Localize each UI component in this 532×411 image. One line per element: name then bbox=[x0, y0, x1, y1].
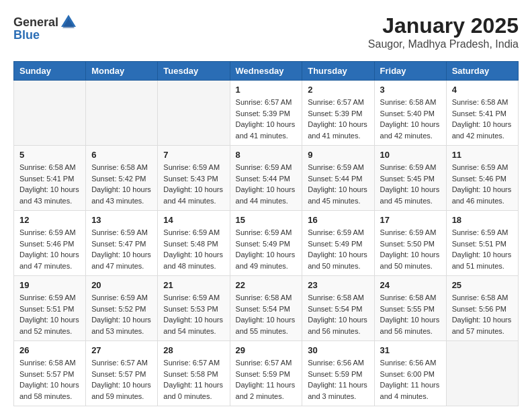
day-info: Sunrise: 6:59 AM Sunset: 5:50 PM Dayligh… bbox=[380, 227, 441, 271]
calendar-cell: 25Sunrise: 6:58 AM Sunset: 5:56 PM Dayli… bbox=[446, 276, 518, 341]
day-number: 18 bbox=[452, 215, 513, 225]
weekday-header: Wednesday bbox=[230, 62, 302, 81]
day-number: 27 bbox=[91, 345, 152, 355]
day-info: Sunrise: 6:59 AM Sunset: 5:48 PM Dayligh… bbox=[163, 227, 224, 271]
day-number: 17 bbox=[380, 215, 441, 225]
weekday-header: Thursday bbox=[302, 62, 374, 81]
day-info: Sunrise: 6:57 AM Sunset: 5:39 PM Dayligh… bbox=[308, 97, 368, 141]
day-info: Sunrise: 6:59 AM Sunset: 5:43 PM Dayligh… bbox=[163, 162, 224, 206]
location-title: Saugor, Madhya Pradesh, India bbox=[368, 38, 519, 50]
calendar-cell: 26Sunrise: 6:58 AM Sunset: 5:57 PM Dayli… bbox=[14, 341, 86, 406]
day-info: Sunrise: 6:59 AM Sunset: 5:49 PM Dayligh… bbox=[236, 227, 297, 271]
day-number: 14 bbox=[163, 215, 224, 225]
calendar-cell: 5Sunrise: 6:58 AM Sunset: 5:41 PM Daylig… bbox=[14, 146, 86, 211]
calendar-cell: 24Sunrise: 6:58 AM Sunset: 5:55 PM Dayli… bbox=[374, 276, 446, 341]
day-info: Sunrise: 6:58 AM Sunset: 5:40 PM Dayligh… bbox=[380, 97, 441, 141]
calendar-table: SundayMondayTuesdayWednesdayThursdayFrid… bbox=[13, 61, 519, 406]
calendar-cell: 7Sunrise: 6:59 AM Sunset: 5:43 PM Daylig… bbox=[158, 146, 230, 211]
calendar-cell: 10Sunrise: 6:59 AM Sunset: 5:45 PM Dayli… bbox=[374, 146, 446, 211]
day-number: 4 bbox=[452, 85, 513, 95]
calendar-week-row: 26Sunrise: 6:58 AM Sunset: 5:57 PM Dayli… bbox=[14, 341, 519, 406]
logo-icon bbox=[60, 13, 77, 31]
calendar-cell: 27Sunrise: 6:57 AM Sunset: 5:57 PM Dayli… bbox=[86, 341, 158, 406]
day-info: Sunrise: 6:58 AM Sunset: 5:41 PM Dayligh… bbox=[19, 162, 80, 206]
day-number: 21 bbox=[163, 280, 224, 290]
calendar-cell: 29Sunrise: 6:57 AM Sunset: 5:59 PM Dayli… bbox=[230, 341, 302, 406]
calendar-cell: 18Sunrise: 6:59 AM Sunset: 5:51 PM Dayli… bbox=[446, 211, 518, 276]
day-number: 19 bbox=[19, 280, 80, 290]
day-number: 5 bbox=[19, 150, 80, 160]
calendar-cell: 31Sunrise: 6:56 AM Sunset: 6:00 PM Dayli… bbox=[374, 341, 446, 406]
day-number: 30 bbox=[308, 345, 368, 355]
day-info: Sunrise: 6:59 AM Sunset: 5:51 PM Dayligh… bbox=[19, 292, 80, 336]
day-number: 22 bbox=[236, 280, 297, 290]
day-number: 12 bbox=[19, 215, 80, 225]
day-number: 7 bbox=[163, 150, 224, 160]
day-number: 1 bbox=[236, 85, 297, 95]
title-block: January 2025 Saugor, Madhya Pradesh, Ind… bbox=[368, 13, 519, 50]
calendar-cell: 17Sunrise: 6:59 AM Sunset: 5:50 PM Dayli… bbox=[374, 211, 446, 276]
day-info: Sunrise: 6:59 AM Sunset: 5:53 PM Dayligh… bbox=[163, 292, 224, 336]
calendar-cell: 2Sunrise: 6:57 AM Sunset: 5:39 PM Daylig… bbox=[302, 81, 374, 146]
calendar-cell: 21Sunrise: 6:59 AM Sunset: 5:53 PM Dayli… bbox=[158, 276, 230, 341]
day-number: 9 bbox=[308, 150, 368, 160]
day-info: Sunrise: 6:59 AM Sunset: 5:44 PM Dayligh… bbox=[308, 162, 368, 206]
calendar-week-row: 1Sunrise: 6:57 AM Sunset: 5:39 PM Daylig… bbox=[14, 81, 519, 146]
calendar-cell: 30Sunrise: 6:56 AM Sunset: 5:59 PM Dayli… bbox=[302, 341, 374, 406]
day-number: 6 bbox=[91, 150, 152, 160]
day-number: 10 bbox=[380, 150, 441, 160]
day-number: 28 bbox=[163, 345, 224, 355]
calendar-cell: 20Sunrise: 6:59 AM Sunset: 5:52 PM Dayli… bbox=[86, 276, 158, 341]
day-info: Sunrise: 6:57 AM Sunset: 5:59 PM Dayligh… bbox=[236, 357, 297, 402]
calendar-cell bbox=[446, 341, 518, 406]
weekday-header: Monday bbox=[86, 62, 158, 81]
logo: General Blue bbox=[13, 13, 79, 42]
day-info: Sunrise: 6:59 AM Sunset: 5:49 PM Dayligh… bbox=[308, 227, 368, 271]
calendar-cell: 28Sunrise: 6:57 AM Sunset: 5:58 PM Dayli… bbox=[158, 341, 230, 406]
calendar-cell: 16Sunrise: 6:59 AM Sunset: 5:49 PM Dayli… bbox=[302, 211, 374, 276]
day-info: Sunrise: 6:57 AM Sunset: 5:57 PM Dayligh… bbox=[91, 357, 152, 402]
day-number: 26 bbox=[19, 345, 80, 355]
day-number: 8 bbox=[236, 150, 297, 160]
day-number: 2 bbox=[308, 85, 368, 95]
day-info: Sunrise: 6:59 AM Sunset: 5:45 PM Dayligh… bbox=[380, 162, 441, 206]
day-info: Sunrise: 6:58 AM Sunset: 5:54 PM Dayligh… bbox=[308, 292, 368, 336]
day-info: Sunrise: 6:58 AM Sunset: 5:55 PM Dayligh… bbox=[380, 292, 441, 336]
day-number: 31 bbox=[380, 345, 441, 355]
day-info: Sunrise: 6:58 AM Sunset: 5:57 PM Dayligh… bbox=[19, 357, 80, 402]
page-header: General Blue January 2025 Saugor, Madhya… bbox=[13, 13, 519, 50]
calendar-cell: 19Sunrise: 6:59 AM Sunset: 5:51 PM Dayli… bbox=[14, 276, 86, 341]
weekday-header: Friday bbox=[374, 62, 446, 81]
day-info: Sunrise: 6:59 AM Sunset: 5:46 PM Dayligh… bbox=[452, 162, 513, 206]
calendar-cell: 4Sunrise: 6:58 AM Sunset: 5:41 PM Daylig… bbox=[446, 81, 518, 146]
day-info: Sunrise: 6:56 AM Sunset: 5:59 PM Dayligh… bbox=[308, 357, 368, 402]
calendar-cell: 23Sunrise: 6:58 AM Sunset: 5:54 PM Dayli… bbox=[302, 276, 374, 341]
weekday-header-row: SundayMondayTuesdayWednesdayThursdayFrid… bbox=[14, 62, 519, 81]
month-title: January 2025 bbox=[368, 13, 519, 38]
day-number: 15 bbox=[236, 215, 297, 225]
calendar-cell: 13Sunrise: 6:59 AM Sunset: 5:47 PM Dayli… bbox=[86, 211, 158, 276]
day-info: Sunrise: 6:58 AM Sunset: 5:41 PM Dayligh… bbox=[452, 97, 513, 141]
calendar-cell bbox=[14, 81, 86, 146]
weekday-header: Sunday bbox=[14, 62, 86, 81]
day-info: Sunrise: 6:59 AM Sunset: 5:47 PM Dayligh… bbox=[91, 227, 152, 271]
day-number: 16 bbox=[308, 215, 368, 225]
calendar-cell: 9Sunrise: 6:59 AM Sunset: 5:44 PM Daylig… bbox=[302, 146, 374, 211]
calendar-cell bbox=[86, 81, 158, 146]
calendar-cell: 12Sunrise: 6:59 AM Sunset: 5:46 PM Dayli… bbox=[14, 211, 86, 276]
weekday-header: Tuesday bbox=[158, 62, 230, 81]
day-info: Sunrise: 6:59 AM Sunset: 5:52 PM Dayligh… bbox=[91, 292, 152, 336]
calendar-week-row: 12Sunrise: 6:59 AM Sunset: 5:46 PM Dayli… bbox=[14, 211, 519, 276]
day-info: Sunrise: 6:58 AM Sunset: 5:42 PM Dayligh… bbox=[91, 162, 152, 206]
day-info: Sunrise: 6:56 AM Sunset: 6:00 PM Dayligh… bbox=[380, 357, 441, 402]
day-number: 3 bbox=[380, 85, 441, 95]
day-number: 13 bbox=[91, 215, 152, 225]
day-number: 25 bbox=[452, 280, 513, 290]
day-info: Sunrise: 6:58 AM Sunset: 5:56 PM Dayligh… bbox=[452, 292, 513, 336]
calendar-week-row: 5Sunrise: 6:58 AM Sunset: 5:41 PM Daylig… bbox=[14, 146, 519, 211]
calendar-cell: 1Sunrise: 6:57 AM Sunset: 5:39 PM Daylig… bbox=[230, 81, 302, 146]
calendar-cell: 8Sunrise: 6:59 AM Sunset: 5:44 PM Daylig… bbox=[230, 146, 302, 211]
day-info: Sunrise: 6:58 AM Sunset: 5:54 PM Dayligh… bbox=[236, 292, 297, 336]
calendar-cell: 3Sunrise: 6:58 AM Sunset: 5:40 PM Daylig… bbox=[374, 81, 446, 146]
calendar-cell: 6Sunrise: 6:58 AM Sunset: 5:42 PM Daylig… bbox=[86, 146, 158, 211]
